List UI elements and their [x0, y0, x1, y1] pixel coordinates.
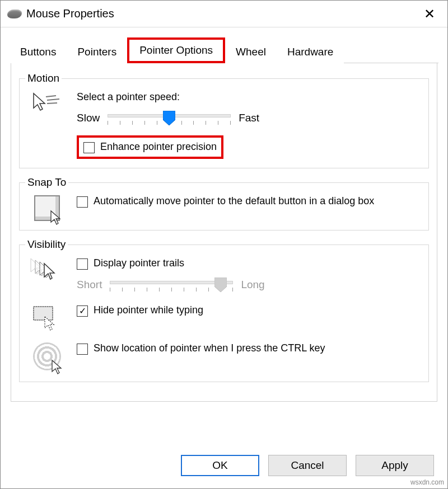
svg-marker-0	[34, 93, 45, 110]
hide-pointer-label: Hide pointer while typing	[94, 304, 203, 316]
group-motion: Motion Select a pointer speed: Slow	[19, 72, 429, 168]
titlebar: Mouse Properties ✕	[1, 1, 447, 27]
pointer-trails-checkbox[interactable]	[77, 258, 88, 270]
tab-pointer-options[interactable]: Pointer Options	[127, 37, 225, 63]
tab-wheel[interactable]: Wheel	[225, 41, 277, 63]
pointer-speed-slider[interactable]	[108, 109, 231, 128]
trails-short-label: Short	[77, 279, 102, 291]
enhance-precision-label: Enhance pointer precision	[100, 141, 217, 153]
enhance-precision-checkbox[interactable]	[83, 142, 95, 153]
group-snap-to: Snap To Automatically move pointer to th…	[19, 176, 429, 231]
cancel-button[interactable]: Cancel	[268, 455, 347, 476]
svg-marker-10	[214, 278, 227, 292]
pointer-speed-fast-label: Fast	[239, 112, 259, 124]
snap-to-checkbox[interactable]	[77, 196, 88, 208]
tab-buttons[interactable]: Buttons	[10, 41, 67, 63]
motion-cursor-icon	[27, 91, 67, 114]
group-snap-to-legend: Snap To	[25, 176, 68, 189]
dialog-button-bar: OK Cancel Apply	[181, 455, 434, 476]
tab-page-pointer-options: Motion Select a pointer speed: Slow	[11, 63, 437, 402]
svg-marker-4	[163, 111, 175, 125]
group-visibility: Visibility Display pointer trails Short	[19, 238, 429, 382]
svg-marker-5	[51, 211, 60, 224]
tab-pointers[interactable]: Pointers	[67, 41, 127, 63]
ctrl-locate-label: Show location of pointer when I press th…	[94, 342, 325, 354]
pointer-speed-slow-label: Slow	[77, 112, 100, 124]
svg-line-1	[46, 96, 56, 97]
svg-rect-11	[34, 307, 53, 320]
hide-pointer-checkbox[interactable]: ✓	[77, 305, 88, 317]
ctrl-locate-icon	[27, 342, 67, 370]
ctrl-locate-checkbox[interactable]	[77, 344, 88, 355]
group-motion-legend: Motion	[25, 72, 62, 84]
trails-long-label: Long	[241, 279, 264, 291]
tab-strip: Buttons Pointers Pointer Options Wheel H…	[1, 27, 447, 63]
snap-to-icon	[27, 195, 67, 221]
svg-marker-14	[52, 360, 61, 374]
mouse-icon	[7, 10, 23, 18]
ok-button[interactable]: OK	[181, 455, 259, 476]
svg-line-3	[47, 103, 57, 104]
pointer-speed-label: Select a pointer speed:	[77, 91, 421, 103]
pointer-trails-icon	[27, 257, 67, 283]
tab-hardware[interactable]: Hardware	[277, 41, 344, 63]
window-title: Mouse Properties	[26, 7, 114, 20]
group-visibility-legend: Visibility	[25, 238, 68, 251]
pointer-trails-label: Display pointer trails	[94, 257, 184, 269]
snap-to-label: Automatically move pointer to the defaul…	[94, 195, 374, 207]
pointer-trails-slider	[110, 275, 233, 294]
close-icon[interactable]: ✕	[418, 3, 441, 25]
watermark-text: wsxdn.com	[410, 478, 444, 486]
hide-pointer-icon	[27, 304, 67, 332]
svg-line-2	[47, 99, 59, 100]
apply-button[interactable]: Apply	[356, 455, 434, 476]
highlight-enhance-precision: Enhance pointer precision	[77, 135, 223, 159]
